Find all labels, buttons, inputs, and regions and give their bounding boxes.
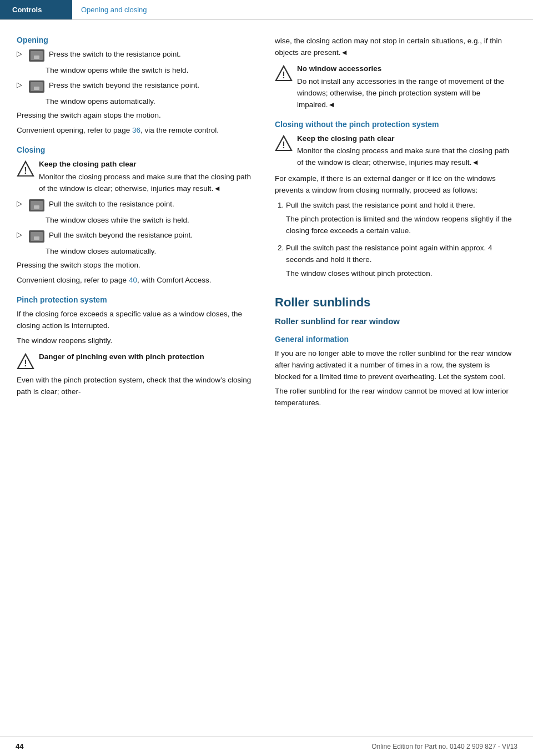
numbered-item-1: Pull the switch past the resistance poin…: [286, 200, 516, 237]
bullet-arrow-1: ▷: [17, 49, 24, 58]
opening-text2: Convenient opening, refer to page 36, vi…: [17, 125, 258, 137]
footer-text: Online Edition for Part no. 0140 2 909 8…: [371, 743, 517, 750]
roller-heading: Roller sunblinds: [275, 295, 516, 310]
closing-bullet-1: ▷ Pull the switch to the resistance poin…: [17, 199, 258, 211]
num2-sub: The window closes without pinch protecti…: [286, 268, 516, 280]
no-accessories-text: No window accessories Do not install any…: [297, 63, 516, 111]
pinch-warning-text: Danger of pinching even with pinch prote…: [39, 351, 204, 364]
pinch-warning: ! Danger of pinching even with pinch pro…: [17, 351, 258, 370]
opening-bullet-1-main: Press the switch to the resistance point…: [49, 49, 258, 61]
closing-text2: Convenient closing, refer to page 40, wi…: [17, 275, 258, 286]
closing-without-warning-title: Keep the closing path clear: [297, 133, 516, 145]
svg-text:!: !: [282, 140, 285, 150]
opening-bullet-1: ▷ Press the switch to the resistance poi…: [17, 49, 258, 62]
svg-text:!: !: [24, 359, 27, 368]
warning-icon-4: !: [275, 134, 293, 152]
svg-text:!: !: [24, 166, 27, 175]
main-content: Opening ▷ Press the switch to the resist…: [0, 20, 533, 428]
header-title: Opening and closing: [72, 0, 156, 19]
general-info-heading: General information: [275, 335, 516, 344]
closing-warning: ! Keep the closing path clear Monitor th…: [17, 159, 258, 195]
opening-bullet-2-content: Press the switch beyond the resistance p…: [49, 80, 258, 92]
pinch-text2: The window reopens slightly.: [17, 335, 258, 347]
bullet-arrow-4: ▷: [17, 230, 24, 239]
general-text1: If you are no longer able to move the ro…: [275, 348, 516, 383]
switch-icon-3: [29, 199, 44, 211]
opening-text2-after: , via the remote control.: [140, 126, 219, 134]
warning-icon-3: !: [275, 64, 293, 82]
pinch-text1: If the closing force exceeds a specific …: [17, 309, 258, 332]
closing-text2-after: , with Comfort Access.: [137, 276, 212, 284]
closing-bullet-1-sub: The window closes while the switch is he…: [46, 215, 258, 226]
warning-icon-1: !: [17, 160, 34, 178]
opening-page-link[interactable]: 36: [132, 126, 140, 134]
closing-text1: Pressing the switch stops the motion.: [17, 260, 258, 271]
opening-bullet-2-sub: The window opens automatically.: [46, 96, 258, 108]
closing-bullet-2-sub: The window closes automatically.: [46, 246, 258, 258]
switch-icon-1: [29, 49, 44, 62]
general-text2: The roller sunblind for the rear window …: [275, 386, 516, 409]
closing-bullet-2-content: Pull the switch beyond the resistance po…: [49, 230, 258, 241]
footer: 44 Online Edition for Part no. 0140 2 90…: [0, 736, 533, 756]
header: Controls Opening and closing: [0, 0, 533, 20]
closing-without-warning-body: Monitor the closing process and make sur…: [297, 145, 516, 169]
warning-icon-2: !: [17, 352, 34, 370]
numbered-list: Pull the switch past the resistance poin…: [275, 200, 516, 280]
no-accessories-warning: ! No window accessories Do not install a…: [275, 63, 516, 111]
num1-sub: The pinch protection is limited and the …: [286, 214, 516, 237]
right-text1: wise, the closing action may not stop in…: [275, 36, 516, 59]
pinch-heading: Pinch protection system: [17, 295, 258, 304]
svg-text:!: !: [282, 70, 285, 80]
opening-bullet-2-main: Press the switch beyond the resistance p…: [49, 80, 258, 92]
bullet-arrow-3: ▷: [17, 199, 24, 208]
switch-icon-2: [29, 80, 44, 93]
closing-bullet-2: ▷ Pull the switch beyond the resistance …: [17, 230, 258, 243]
right-column: wise, the closing action may not stop in…: [275, 36, 516, 412]
closing-bullet-2-main: Pull the switch beyond the resistance po…: [49, 230, 258, 241]
closing-without-warning-text: Keep the closing path clear Monitor the …: [297, 133, 516, 169]
header-section: Controls: [0, 0, 72, 19]
closing-heading: Closing: [17, 145, 258, 154]
num1-main: Pull the switch past the resistance poin…: [286, 201, 475, 209]
closing-warning-title: Keep the closing path clear: [39, 159, 258, 170]
closing-without-heading-text: Closing without the pinch protection sys…: [275, 120, 439, 129]
header-section-label: Controls: [12, 6, 42, 14]
closing-without-heading: Closing without the pinch protection sys…: [275, 120, 516, 129]
closing-bullet-1-content: Pull the switch to the resistance point.: [49, 199, 258, 210]
opening-bullet-2: ▷ Press the switch beyond the resistance…: [17, 80, 258, 93]
opening-bullet-1-sub: The window opens while the switch is hel…: [46, 65, 258, 77]
opening-bullet-1-content: Press the switch to the resistance point…: [49, 49, 258, 61]
closing-without-warning: ! Keep the closing path clear Monitor th…: [275, 133, 516, 169]
opening-heading: Opening: [17, 36, 258, 44]
bullet-arrow-2: ▷: [17, 80, 24, 89]
footer-page: 44: [16, 742, 23, 750]
closing-text2-before: Convenient closing, refer to page: [17, 276, 129, 284]
closing-without-text1: For example, if there is an external dan…: [275, 173, 516, 196]
no-accessories-body: Do not install any accessories in the ra…: [297, 76, 516, 111]
closing-page-link[interactable]: 40: [129, 276, 137, 284]
closing-warning-text: Keep the closing path clear Monitor the …: [39, 159, 258, 195]
closing-bullet-1-main: Pull the switch to the resistance point.: [49, 199, 258, 210]
pinch-text3: Even with the pinch protection system, c…: [17, 375, 258, 398]
num2-main: Pull the switch past the resistance poin…: [286, 244, 492, 264]
opening-text2-before: Convenient opening, refer to page: [17, 126, 132, 134]
roller-sub-heading: Roller sunblind for rear window: [275, 316, 516, 326]
numbered-item-2: Pull the switch past the resistance poin…: [286, 243, 516, 280]
no-accessories-title: No window accessories: [297, 63, 516, 75]
switch-icon-4: [29, 230, 44, 243]
left-column: Opening ▷ Press the switch to the resist…: [17, 36, 258, 412]
header-title-label: Opening and closing: [81, 6, 147, 14]
pinch-warning-title: Danger of pinching even with pinch prote…: [39, 351, 204, 363]
opening-text1: Pressing the switch again stops the moti…: [17, 110, 258, 122]
closing-warning-body: Monitor the closing process and make sur…: [39, 172, 258, 195]
